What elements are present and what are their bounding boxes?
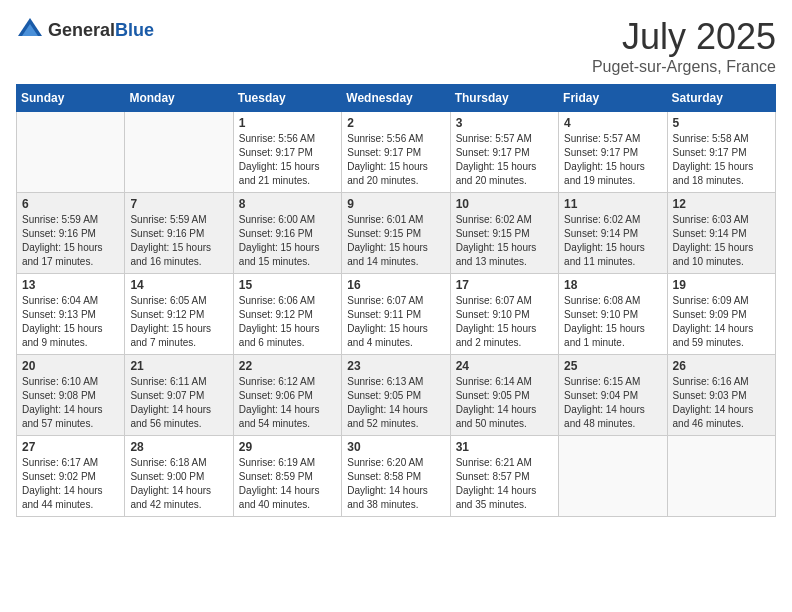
day-number: 2 bbox=[347, 116, 444, 130]
day-number: 11 bbox=[564, 197, 661, 211]
day-info: Sunrise: 6:02 AM Sunset: 9:14 PM Dayligh… bbox=[564, 213, 661, 269]
calendar-day-cell: 13Sunrise: 6:04 AM Sunset: 9:13 PM Dayli… bbox=[17, 274, 125, 355]
weekday-header: Friday bbox=[559, 85, 667, 112]
day-info: Sunrise: 6:19 AM Sunset: 8:59 PM Dayligh… bbox=[239, 456, 336, 512]
logo: GeneralBlue bbox=[16, 16, 154, 44]
day-info: Sunrise: 6:07 AM Sunset: 9:10 PM Dayligh… bbox=[456, 294, 553, 350]
calendar-day-cell: 31Sunrise: 6:21 AM Sunset: 8:57 PM Dayli… bbox=[450, 436, 558, 517]
calendar-day-cell bbox=[125, 112, 233, 193]
day-info: Sunrise: 6:01 AM Sunset: 9:15 PM Dayligh… bbox=[347, 213, 444, 269]
calendar-day-cell: 30Sunrise: 6:20 AM Sunset: 8:58 PM Dayli… bbox=[342, 436, 450, 517]
calendar-day-cell: 20Sunrise: 6:10 AM Sunset: 9:08 PM Dayli… bbox=[17, 355, 125, 436]
day-number: 16 bbox=[347, 278, 444, 292]
calendar-day-cell: 2Sunrise: 5:56 AM Sunset: 9:17 PM Daylig… bbox=[342, 112, 450, 193]
day-info: Sunrise: 6:07 AM Sunset: 9:11 PM Dayligh… bbox=[347, 294, 444, 350]
day-number: 1 bbox=[239, 116, 336, 130]
calendar-day-cell: 19Sunrise: 6:09 AM Sunset: 9:09 PM Dayli… bbox=[667, 274, 775, 355]
calendar-day-cell: 8Sunrise: 6:00 AM Sunset: 9:16 PM Daylig… bbox=[233, 193, 341, 274]
day-number: 13 bbox=[22, 278, 119, 292]
weekday-header-row: SundayMondayTuesdayWednesdayThursdayFrid… bbox=[17, 85, 776, 112]
calendar-day-cell: 10Sunrise: 6:02 AM Sunset: 9:15 PM Dayli… bbox=[450, 193, 558, 274]
title-block: July 2025 Puget-sur-Argens, France bbox=[592, 16, 776, 76]
calendar-day-cell: 27Sunrise: 6:17 AM Sunset: 9:02 PM Dayli… bbox=[17, 436, 125, 517]
day-number: 23 bbox=[347, 359, 444, 373]
calendar-week-row: 13Sunrise: 6:04 AM Sunset: 9:13 PM Dayli… bbox=[17, 274, 776, 355]
day-info: Sunrise: 6:11 AM Sunset: 9:07 PM Dayligh… bbox=[130, 375, 227, 431]
day-number: 26 bbox=[673, 359, 770, 373]
day-info: Sunrise: 6:03 AM Sunset: 9:14 PM Dayligh… bbox=[673, 213, 770, 269]
calendar-week-row: 27Sunrise: 6:17 AM Sunset: 9:02 PM Dayli… bbox=[17, 436, 776, 517]
calendar-day-cell: 21Sunrise: 6:11 AM Sunset: 9:07 PM Dayli… bbox=[125, 355, 233, 436]
day-number: 25 bbox=[564, 359, 661, 373]
day-number: 3 bbox=[456, 116, 553, 130]
calendar-week-row: 1Sunrise: 5:56 AM Sunset: 9:17 PM Daylig… bbox=[17, 112, 776, 193]
day-info: Sunrise: 5:58 AM Sunset: 9:17 PM Dayligh… bbox=[673, 132, 770, 188]
day-number: 17 bbox=[456, 278, 553, 292]
location-subtitle: Puget-sur-Argens, France bbox=[592, 58, 776, 76]
day-number: 8 bbox=[239, 197, 336, 211]
calendar-day-cell bbox=[667, 436, 775, 517]
calendar-day-cell: 3Sunrise: 5:57 AM Sunset: 9:17 PM Daylig… bbox=[450, 112, 558, 193]
day-info: Sunrise: 5:59 AM Sunset: 9:16 PM Dayligh… bbox=[130, 213, 227, 269]
calendar-day-cell bbox=[17, 112, 125, 193]
calendar-day-cell: 12Sunrise: 6:03 AM Sunset: 9:14 PM Dayli… bbox=[667, 193, 775, 274]
calendar-day-cell: 22Sunrise: 6:12 AM Sunset: 9:06 PM Dayli… bbox=[233, 355, 341, 436]
day-number: 22 bbox=[239, 359, 336, 373]
calendar-day-cell: 23Sunrise: 6:13 AM Sunset: 9:05 PM Dayli… bbox=[342, 355, 450, 436]
calendar-day-cell bbox=[559, 436, 667, 517]
day-number: 29 bbox=[239, 440, 336, 454]
calendar-day-cell: 7Sunrise: 5:59 AM Sunset: 9:16 PM Daylig… bbox=[125, 193, 233, 274]
page-header: GeneralBlue July 2025 Puget-sur-Argens, … bbox=[16, 16, 776, 76]
calendar-week-row: 6Sunrise: 5:59 AM Sunset: 9:16 PM Daylig… bbox=[17, 193, 776, 274]
day-info: Sunrise: 6:02 AM Sunset: 9:15 PM Dayligh… bbox=[456, 213, 553, 269]
day-info: Sunrise: 6:09 AM Sunset: 9:09 PM Dayligh… bbox=[673, 294, 770, 350]
day-number: 9 bbox=[347, 197, 444, 211]
day-number: 4 bbox=[564, 116, 661, 130]
day-info: Sunrise: 6:08 AM Sunset: 9:10 PM Dayligh… bbox=[564, 294, 661, 350]
calendar-day-cell: 25Sunrise: 6:15 AM Sunset: 9:04 PM Dayli… bbox=[559, 355, 667, 436]
weekday-header: Sunday bbox=[17, 85, 125, 112]
calendar-day-cell: 17Sunrise: 6:07 AM Sunset: 9:10 PM Dayli… bbox=[450, 274, 558, 355]
calendar-day-cell: 28Sunrise: 6:18 AM Sunset: 9:00 PM Dayli… bbox=[125, 436, 233, 517]
day-info: Sunrise: 5:56 AM Sunset: 9:17 PM Dayligh… bbox=[347, 132, 444, 188]
day-info: Sunrise: 6:06 AM Sunset: 9:12 PM Dayligh… bbox=[239, 294, 336, 350]
day-info: Sunrise: 5:57 AM Sunset: 9:17 PM Dayligh… bbox=[564, 132, 661, 188]
calendar-day-cell: 26Sunrise: 6:16 AM Sunset: 9:03 PM Dayli… bbox=[667, 355, 775, 436]
logo-icon bbox=[16, 16, 44, 44]
weekday-header: Thursday bbox=[450, 85, 558, 112]
day-number: 15 bbox=[239, 278, 336, 292]
calendar-day-cell: 15Sunrise: 6:06 AM Sunset: 9:12 PM Dayli… bbox=[233, 274, 341, 355]
calendar-day-cell: 9Sunrise: 6:01 AM Sunset: 9:15 PM Daylig… bbox=[342, 193, 450, 274]
day-info: Sunrise: 6:00 AM Sunset: 9:16 PM Dayligh… bbox=[239, 213, 336, 269]
calendar-week-row: 20Sunrise: 6:10 AM Sunset: 9:08 PM Dayli… bbox=[17, 355, 776, 436]
day-info: Sunrise: 5:59 AM Sunset: 9:16 PM Dayligh… bbox=[22, 213, 119, 269]
day-info: Sunrise: 6:14 AM Sunset: 9:05 PM Dayligh… bbox=[456, 375, 553, 431]
calendar-day-cell: 6Sunrise: 5:59 AM Sunset: 9:16 PM Daylig… bbox=[17, 193, 125, 274]
day-number: 10 bbox=[456, 197, 553, 211]
day-info: Sunrise: 6:13 AM Sunset: 9:05 PM Dayligh… bbox=[347, 375, 444, 431]
day-info: Sunrise: 6:16 AM Sunset: 9:03 PM Dayligh… bbox=[673, 375, 770, 431]
day-number: 20 bbox=[22, 359, 119, 373]
weekday-header: Wednesday bbox=[342, 85, 450, 112]
day-number: 21 bbox=[130, 359, 227, 373]
day-number: 30 bbox=[347, 440, 444, 454]
day-number: 31 bbox=[456, 440, 553, 454]
day-info: Sunrise: 6:21 AM Sunset: 8:57 PM Dayligh… bbox=[456, 456, 553, 512]
weekday-header: Tuesday bbox=[233, 85, 341, 112]
calendar-day-cell: 24Sunrise: 6:14 AM Sunset: 9:05 PM Dayli… bbox=[450, 355, 558, 436]
day-number: 24 bbox=[456, 359, 553, 373]
day-number: 6 bbox=[22, 197, 119, 211]
calendar-day-cell: 4Sunrise: 5:57 AM Sunset: 9:17 PM Daylig… bbox=[559, 112, 667, 193]
day-info: Sunrise: 6:10 AM Sunset: 9:08 PM Dayligh… bbox=[22, 375, 119, 431]
weekday-header: Saturday bbox=[667, 85, 775, 112]
day-info: Sunrise: 6:20 AM Sunset: 8:58 PM Dayligh… bbox=[347, 456, 444, 512]
calendar-day-cell: 1Sunrise: 5:56 AM Sunset: 9:17 PM Daylig… bbox=[233, 112, 341, 193]
day-number: 12 bbox=[673, 197, 770, 211]
day-number: 7 bbox=[130, 197, 227, 211]
day-number: 28 bbox=[130, 440, 227, 454]
weekday-header: Monday bbox=[125, 85, 233, 112]
calendar-table: SundayMondayTuesdayWednesdayThursdayFrid… bbox=[16, 84, 776, 517]
month-year-title: July 2025 bbox=[592, 16, 776, 58]
day-info: Sunrise: 6:04 AM Sunset: 9:13 PM Dayligh… bbox=[22, 294, 119, 350]
day-info: Sunrise: 6:12 AM Sunset: 9:06 PM Dayligh… bbox=[239, 375, 336, 431]
